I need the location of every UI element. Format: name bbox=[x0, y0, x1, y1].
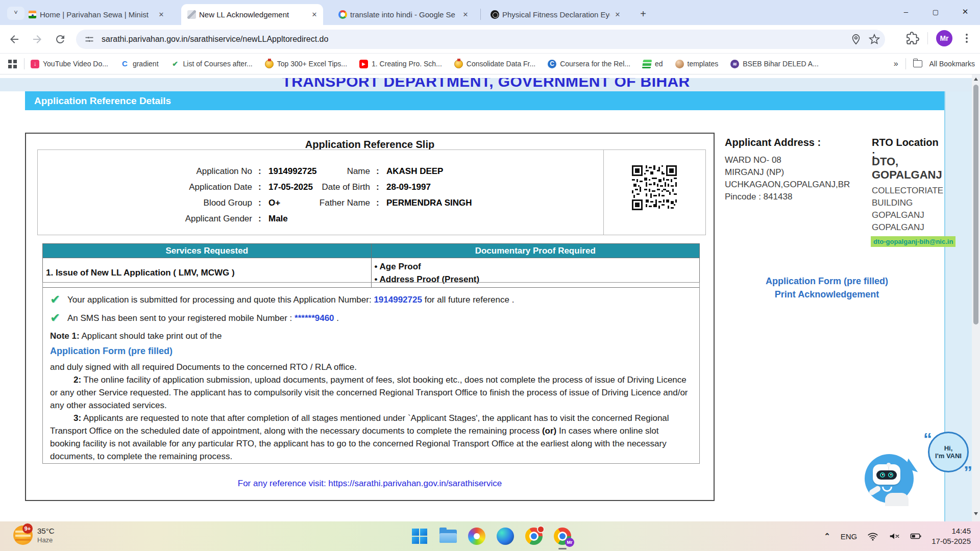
news-badge: 9+ bbox=[22, 523, 33, 534]
system-tray: ENG 14:45 17-05-2025 bbox=[824, 521, 980, 551]
minimize-button[interactable] bbox=[891, 0, 921, 25]
proof-item: • Age Proof bbox=[375, 260, 697, 273]
applicant-address-heading: Applicant Address : bbox=[725, 137, 821, 148]
bookmark-star-icon[interactable] bbox=[869, 34, 880, 45]
india-flag-favicon bbox=[28, 10, 37, 19]
bookmark-label: Consolidate Data Fr... bbox=[467, 60, 535, 68]
bookmark-label: ed bbox=[655, 60, 663, 68]
menu-dots-icon[interactable] bbox=[961, 32, 973, 44]
wifi-icon[interactable] bbox=[867, 531, 878, 542]
chrome-profile-button[interactable]: Mr bbox=[553, 527, 572, 546]
address-bar[interactable]: sarathi.parivahan.gov.in/sarathiservice/… bbox=[76, 30, 885, 49]
file-explorer-button[interactable] bbox=[438, 527, 458, 546]
forward-icon[interactable] bbox=[30, 32, 44, 46]
rto-name: DTO, GOPALGANJ bbox=[872, 155, 946, 182]
dark-logo-favicon bbox=[491, 10, 499, 19]
tab-parivahan-home[interactable]: Home | Parivahan Sewa | Minist bbox=[22, 4, 170, 25]
scrollbar-thumb[interactable] bbox=[973, 85, 978, 324]
robot-body bbox=[885, 493, 909, 506]
bookmark-creating-pro[interactable]: 1. Creating Pro. Sch... bbox=[359, 60, 442, 68]
battery-icon[interactable] bbox=[910, 531, 921, 542]
edge-button[interactable] bbox=[496, 527, 515, 546]
detail-row: Applicant Gender: Male bbox=[38, 214, 603, 230]
section-header: Application Reference Details bbox=[25, 91, 945, 110]
address-line: WARD NO- 08 bbox=[725, 154, 850, 166]
location-pin-icon[interactable] bbox=[850, 34, 862, 45]
tab-divider bbox=[480, 9, 481, 20]
bookmark-ed[interactable]: ed bbox=[643, 60, 663, 68]
start-button[interactable] bbox=[410, 527, 429, 546]
bookmarks-overflow-icon[interactable] bbox=[894, 59, 898, 68]
colorful-pinwheel-icon bbox=[468, 528, 485, 545]
bookmark-consolidate-data[interactable]: Consolidate Data Fr... bbox=[454, 60, 535, 68]
photos-app-button[interactable] bbox=[467, 527, 486, 546]
rto-email[interactable]: dto-gopalganj-bih@nic.in bbox=[871, 236, 955, 247]
bookmark-youtube-downloader[interactable]: YouTube Video Do... bbox=[31, 60, 108, 68]
robot-visor bbox=[876, 470, 897, 480]
note1-label: Note 1: bbox=[50, 331, 80, 341]
tab-physical-fitness[interactable]: Physical Fitness Declaration Eye bbox=[484, 4, 626, 25]
back-icon[interactable] bbox=[7, 32, 21, 46]
bookmark-coursera[interactable]: Coursera for the Rel... bbox=[548, 60, 630, 68]
confirmation-line: Your application is submitted for proces… bbox=[50, 294, 690, 306]
field-value: 28-09-1997 bbox=[386, 182, 431, 192]
robot-eye bbox=[888, 472, 893, 478]
bookmark-label: List of Courses after... bbox=[183, 60, 253, 68]
application-form-prefilled-link[interactable]: Application Form (pre filled) bbox=[725, 274, 929, 288]
chrome-button[interactable] bbox=[524, 527, 544, 546]
volume-muted-icon[interactable] bbox=[889, 531, 900, 542]
apps-grid-icon[interactable] bbox=[8, 60, 17, 68]
bookmark-excel-tips[interactable]: Top 300+ Excel Tips... bbox=[265, 60, 347, 68]
reference-link[interactable]: For any reference visit: https://sarathi… bbox=[26, 479, 714, 489]
page-favicon bbox=[187, 10, 196, 19]
folder-icon bbox=[913, 60, 922, 67]
note3-paragraph: 3: Applicants are requested to note that… bbox=[50, 412, 690, 463]
all-bookmarks-button[interactable]: All Bookmarks bbox=[929, 60, 975, 68]
bookmark-bseb-deled[interactable]: BSEB Bihar DELED A... bbox=[730, 60, 819, 68]
field-label: Name bbox=[270, 166, 370, 177]
detail-row: Application Date: 17-05-2025 Date of Bir… bbox=[38, 182, 603, 198]
bseb-logo-icon bbox=[730, 60, 739, 68]
profile-avatar[interactable]: Mr bbox=[936, 30, 952, 46]
field-label: Blood Group bbox=[38, 198, 252, 208]
weather-widget[interactable]: 9+ 35°C Haze bbox=[13, 525, 55, 545]
folder-icon bbox=[439, 530, 457, 543]
site-info-icon[interactable] bbox=[84, 34, 94, 44]
address-line: UCHKAGAON,GOPALGANJ,BR bbox=[725, 179, 850, 191]
scroll-up-arrow[interactable] bbox=[974, 78, 978, 81]
tab-close-icon[interactable] bbox=[613, 10, 622, 19]
weather-condition: Haze bbox=[37, 536, 55, 544]
tab-close-icon[interactable] bbox=[310, 10, 319, 19]
restore-button[interactable] bbox=[921, 0, 950, 25]
application-reference-slip: Application Reference Slip Application N… bbox=[25, 133, 715, 501]
services-table: Services Requested Documentary Proof Req… bbox=[42, 243, 700, 288]
tab-close-icon[interactable] bbox=[461, 10, 470, 19]
field-value: PERMENDRA SINGH bbox=[386, 198, 472, 208]
qr-code-box bbox=[603, 149, 706, 235]
print-acknowledgement-link[interactable]: Print Acknowledgement bbox=[725, 288, 929, 301]
note-text: . bbox=[334, 313, 339, 323]
bookmark-gradient[interactable]: gradient bbox=[120, 60, 159, 68]
vani-chatbot-icon[interactable] bbox=[865, 454, 914, 503]
application-form-link[interactable]: Application Form (pre filled) bbox=[50, 344, 690, 358]
or-emphasis: (or) bbox=[542, 426, 556, 436]
close-button[interactable] bbox=[950, 0, 980, 25]
youtube-icon bbox=[359, 60, 368, 68]
vani-greeting-bubble[interactable]: Hi, I'm VANI bbox=[928, 432, 969, 472]
clock[interactable]: 14:45 17-05-2025 bbox=[932, 526, 971, 546]
bookmark-templates[interactable]: templates bbox=[675, 60, 719, 68]
tab-close-icon[interactable] bbox=[157, 10, 166, 19]
bookmark-list-of-courses[interactable]: List of Courses after... bbox=[171, 60, 253, 68]
green-check-icon bbox=[50, 312, 67, 323]
windows-logo-icon bbox=[412, 529, 427, 544]
extensions-icon[interactable] bbox=[906, 32, 919, 45]
green-flag-icon bbox=[642, 60, 652, 68]
reload-icon[interactable] bbox=[53, 32, 67, 46]
tab-google-search[interactable]: translate into hindi - Google Se bbox=[332, 4, 474, 25]
language-indicator[interactable]: ENG bbox=[841, 532, 857, 541]
tray-chevron-icon[interactable] bbox=[824, 532, 830, 541]
robot-arm bbox=[868, 485, 881, 496]
tab-new-ll-acknowledgement[interactable]: New LL Acknowledgement bbox=[181, 4, 323, 25]
scroll-down-arrow[interactable] bbox=[974, 512, 978, 515]
new-tab-button[interactable] bbox=[636, 7, 650, 21]
